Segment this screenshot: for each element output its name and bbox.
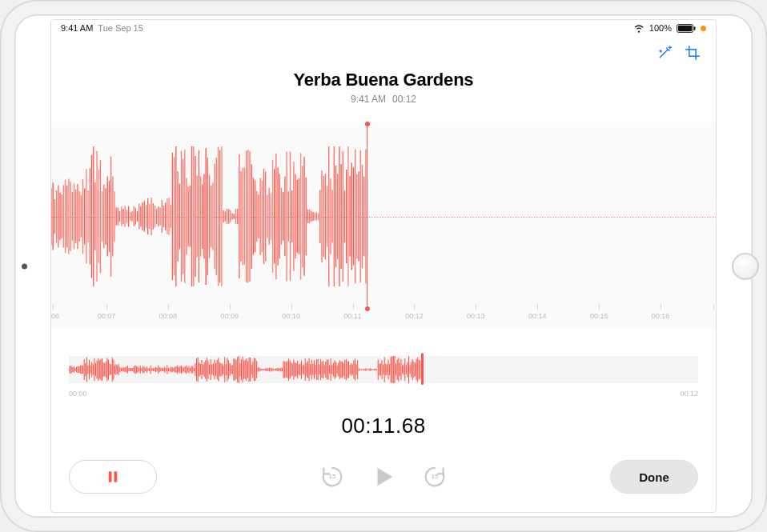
axis-tick: 00:08 [146, 312, 191, 320]
axis-tick: 00:13 [453, 312, 498, 320]
battery-percent: 100% [649, 23, 672, 33]
axis-tick: 00:07 [84, 312, 129, 320]
ipad-bezel: 9:41 AM Tue Sep 15 100% [0, 0, 767, 532]
axis-tick: 00:15 [576, 312, 621, 320]
svg-rect-2 [694, 26, 696, 30]
status-date: Tue Sep 15 [98, 23, 143, 33]
skip-back-label: 15 [329, 473, 336, 480]
wifi-icon [633, 24, 645, 33]
status-time: 9:41 AM [61, 23, 93, 33]
waveform-main[interactable]: 0600:0700:0800:0900:1000:1100:1200:1300:… [51, 122, 716, 328]
waveform-axis: 0600:0700:0800:0900:1000:1100:1200:1300:… [51, 310, 716, 328]
overview-start-label: 00:00 [69, 390, 87, 398]
recording-title[interactable]: Yerba Buena Gardens [51, 70, 716, 90]
pause-button[interactable] [69, 460, 157, 494]
play-button[interactable] [370, 463, 397, 490]
recording-duration: 00:12 [392, 94, 416, 105]
recording-indicator-icon [701, 26, 706, 31]
overview-end-label: 00:12 [680, 390, 698, 398]
axis-tick: 00:11 [331, 312, 375, 320]
axis-tick: 00:12 [392, 312, 436, 320]
axis-tick: 00:10 [269, 312, 314, 320]
skip-back-15-button[interactable]: 15 [319, 463, 346, 490]
done-button[interactable]: Done [610, 460, 698, 494]
status-bar: 9:41 AM Tue Sep 15 100% [51, 20, 716, 36]
svg-rect-1 [678, 25, 692, 30]
skip-fwd-label: 15 [432, 473, 439, 480]
waveform-overview[interactable]: 00:00 00:12 [69, 346, 698, 394]
axis-tick: 00:09 [207, 312, 252, 320]
elapsed-timer: 00:11.68 [51, 414, 716, 438]
done-button-label: Done [639, 470, 669, 484]
crop-button[interactable] [684, 44, 701, 62]
waveform-canvas [51, 122, 716, 310]
playhead[interactable] [367, 124, 367, 309]
axis-tick: 06 [51, 312, 67, 320]
recording-time: 9:41 AM [351, 94, 386, 105]
transport-controls: 15 15 Done [69, 458, 698, 496]
battery-icon [677, 24, 696, 33]
skip-forward-15-button[interactable]: 15 [421, 463, 448, 490]
axis-tick: 00:16 [638, 312, 683, 320]
camera-dot [22, 263, 27, 269]
svg-rect-459 [109, 471, 112, 482]
overview-playhead[interactable] [421, 353, 424, 385]
screen: 9:41 AM Tue Sep 15 100% [50, 19, 717, 513]
home-button[interactable] [732, 253, 759, 280]
axis-tick: 00:14 [515, 312, 560, 320]
svg-rect-460 [114, 471, 118, 482]
enhance-button[interactable] [657, 44, 674, 62]
